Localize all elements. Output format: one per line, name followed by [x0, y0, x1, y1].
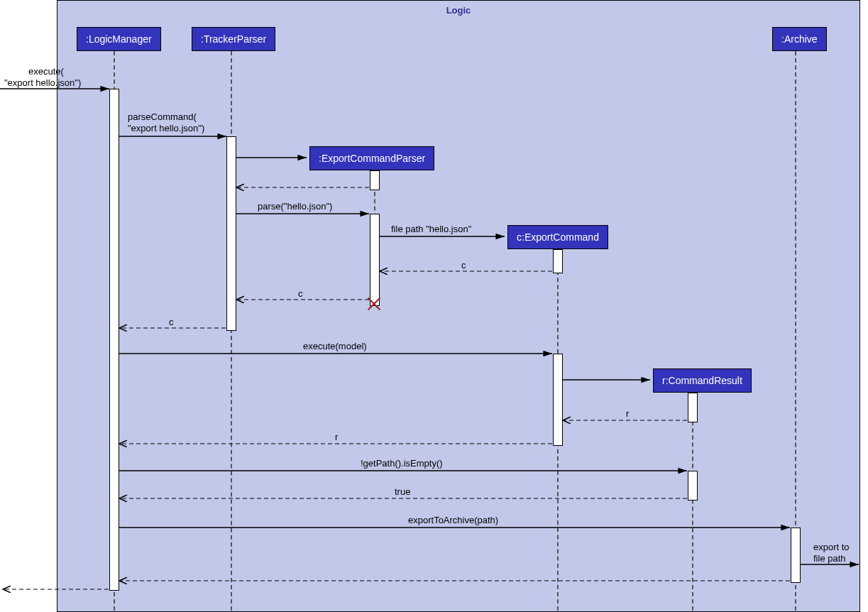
- lifeline-commandresult: [692, 393, 693, 611]
- activation-exportcommand-1: [553, 249, 563, 273]
- msg-filepath: file path "hello.json": [391, 224, 471, 234]
- msg-execute-1: execute(: [28, 66, 64, 77]
- msg-execute-model: execute(model): [303, 341, 367, 351]
- msg-parsecommand-2: "export hello.json"): [128, 123, 204, 133]
- activation-logicmanager: [109, 89, 119, 591]
- activation-exportcommandparser-2: [370, 214, 380, 306]
- frame-title: Logic: [57, 5, 859, 16]
- msg-c-2: c: [298, 288, 303, 299]
- activation-commandresult-2: [688, 471, 698, 501]
- lifeline-archive: [795, 51, 796, 611]
- msg-c-3: c: [169, 317, 174, 327]
- msg-true: true: [395, 486, 410, 497]
- activation-exportcommand-2: [553, 354, 563, 446]
- participant-commandresult: r:CommandResult: [653, 368, 752, 393]
- activation-exportcommandparser-1: [370, 170, 380, 190]
- msg-c-1: c: [461, 260, 466, 271]
- msg-getpath: !getPath().isEmpty(): [361, 458, 443, 469]
- msg-export-out-2: file path: [813, 553, 846, 564]
- activation-commandresult-1: [688, 393, 698, 422]
- msg-execute-2: "export hello.json"): [4, 77, 81, 88]
- msg-r-1: r: [626, 408, 629, 419]
- msg-exporttoarchive: exportToArchive(path): [408, 515, 498, 525]
- participant-archive: :Archive: [772, 27, 827, 51]
- participant-exportcommandparser: :ExportCommandParser: [309, 146, 434, 170]
- msg-r-2: r: [335, 432, 338, 442]
- activation-archive: [791, 528, 801, 583]
- activation-trackerparser: [226, 136, 236, 331]
- participant-logicmanager: :LogicManager: [77, 27, 161, 51]
- msg-parse: parse("hello.json"): [258, 201, 332, 212]
- participant-trackerparser: :TrackerParser: [192, 27, 275, 51]
- participant-exportcommand: c:ExportCommand: [507, 225, 608, 249]
- msg-export-out-1: export to: [813, 542, 850, 552]
- msg-parsecommand-1: parseCommand(: [128, 111, 197, 122]
- lifeline-trackerparser: [231, 51, 232, 611]
